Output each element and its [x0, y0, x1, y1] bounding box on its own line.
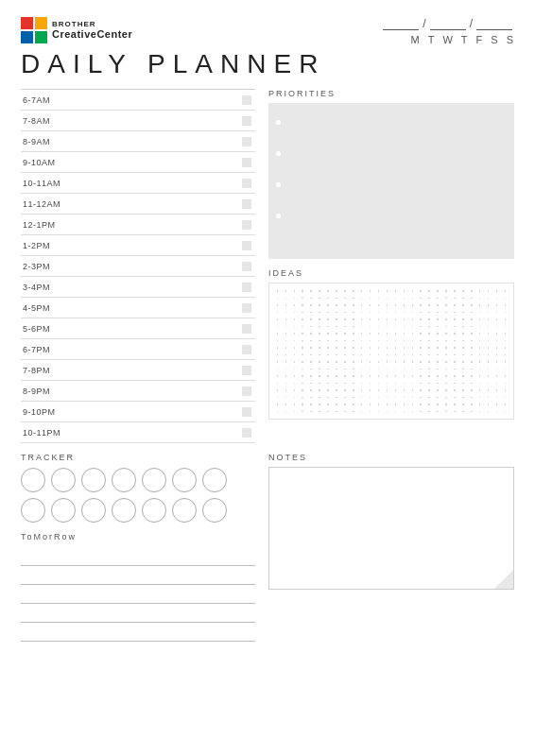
grid-dot: [391, 323, 400, 331]
tracker-circle[interactable]: [51, 498, 76, 523]
time-slot[interactable]: 3-4PM: [21, 277, 255, 298]
grid-dot: [299, 372, 307, 380]
grid-dot: [374, 394, 383, 402]
time-slot[interactable]: 9-10AM: [21, 152, 255, 173]
grid-dot: [349, 394, 357, 402]
grid-dot: [425, 323, 434, 331]
time-slot[interactable]: 5-6PM: [21, 318, 255, 339]
time-slot-label: 9-10PM: [21, 407, 56, 417]
grid-dot: [434, 366, 442, 373]
grid-dot: [391, 372, 400, 380]
grid-dot: [307, 316, 316, 323]
time-slot[interactable]: 8-9PM: [21, 381, 255, 402]
tomorrow-line[interactable]: [21, 587, 255, 604]
tracker-circle[interactable]: [81, 498, 106, 523]
grid-dot: [383, 344, 391, 352]
tomorrow-line[interactable]: [21, 568, 255, 585]
tracker-circle[interactable]: [142, 498, 166, 523]
grid-dot: [324, 295, 333, 302]
time-slot[interactable]: 6-7AM: [21, 90, 255, 111]
grid-dot: [357, 323, 366, 331]
slot-icon: [242, 428, 251, 438]
time-slot[interactable]: 1-2PM: [21, 235, 255, 256]
days-row: MTWTFSS: [411, 34, 514, 45]
tracker-circle[interactable]: [21, 498, 45, 523]
time-slot[interactable]: 10-11AM: [21, 173, 255, 194]
grid-dot: [383, 337, 391, 345]
day-label-s: S: [491, 34, 498, 45]
tracker-circle[interactable]: [112, 468, 136, 492]
grid-dot: [408, 352, 417, 359]
time-slot[interactable]: 2-3PM: [21, 256, 255, 277]
tomorrow-line[interactable]: [21, 606, 255, 623]
grid-dot: [273, 330, 282, 337]
grid-dot: [349, 323, 357, 331]
priorities-box[interactable]: [268, 103, 514, 259]
tracker-circle[interactable]: [51, 468, 76, 492]
date-year[interactable]: [476, 17, 512, 30]
ideas-label: IDEAS: [268, 268, 514, 278]
tracker-circle[interactable]: [81, 468, 106, 492]
grid-dot: [400, 401, 408, 408]
time-slot[interactable]: 8-9AM: [21, 131, 255, 152]
grid-dot: [484, 408, 492, 416]
grid-dot: [316, 352, 324, 359]
time-slot[interactable]: 12-1PM: [21, 215, 255, 235]
grid-dot: [299, 337, 307, 345]
tomorrow-line[interactable]: [21, 549, 255, 566]
time-slot[interactable]: 9-10PM: [21, 402, 255, 422]
grid-dot: [467, 394, 475, 402]
ideas-box[interactable]: [268, 283, 514, 420]
grid-dot: [425, 394, 434, 402]
grid-dot: [492, 358, 501, 366]
grid-dot: [492, 309, 501, 317]
time-slot[interactable]: 10-11PM: [21, 422, 255, 443]
header: BROTHER CreativeCenter / / MTWTFSS: [21, 17, 514, 45]
time-slot[interactable]: 4-5PM: [21, 298, 255, 318]
bottom-right: NOTES: [268, 453, 514, 644]
tracker-circles: [21, 468, 255, 523]
grid-dot: [299, 387, 307, 394]
grid-dot: [425, 309, 434, 317]
grid-dot: [458, 380, 467, 387]
grid-dot: [340, 287, 349, 295]
grid-dot: [349, 372, 357, 380]
tomorrow-section: ToMorRow: [21, 532, 255, 642]
grid-dot: [316, 316, 324, 323]
grid-dot: [273, 309, 282, 317]
notes-box[interactable]: [268, 467, 514, 590]
grid-dot: [501, 337, 509, 345]
tracker-circle[interactable]: [202, 498, 227, 523]
grid-dot: [316, 287, 324, 295]
grid-dot: [451, 366, 459, 373]
grid-dot: [366, 287, 374, 295]
grid-dot: [374, 372, 383, 380]
grid-dot: [357, 366, 366, 373]
grid-dot: [383, 387, 391, 394]
day-label-m: M: [411, 34, 421, 45]
time-slot[interactable]: 7-8AM: [21, 111, 255, 131]
grid-dot: [400, 309, 408, 317]
grid-dot: [434, 323, 442, 331]
tracker-circle[interactable]: [172, 468, 197, 492]
time-slot[interactable]: 7-8PM: [21, 360, 255, 381]
grid-dot: [290, 337, 299, 345]
grid-dot: [408, 330, 417, 337]
grid-dot: [290, 287, 299, 295]
date-month[interactable]: [383, 17, 419, 30]
time-slot[interactable]: 6-7PM: [21, 339, 255, 360]
tracker-circle[interactable]: [21, 468, 45, 492]
grid-dot: [333, 394, 341, 402]
grid-dot: [458, 301, 467, 309]
grid-dot: [400, 408, 408, 416]
time-slot[interactable]: 11-12AM: [21, 194, 255, 215]
slot-icon: [242, 95, 251, 105]
date-day[interactable]: [430, 17, 466, 30]
tomorrow-line[interactable]: [21, 625, 255, 642]
grid-dot: [417, 295, 425, 302]
tracker-circle[interactable]: [202, 468, 227, 492]
tracker-circle[interactable]: [172, 498, 197, 523]
day-label-t: T: [461, 34, 469, 45]
tracker-circle[interactable]: [112, 498, 136, 523]
tracker-circle[interactable]: [142, 468, 166, 492]
